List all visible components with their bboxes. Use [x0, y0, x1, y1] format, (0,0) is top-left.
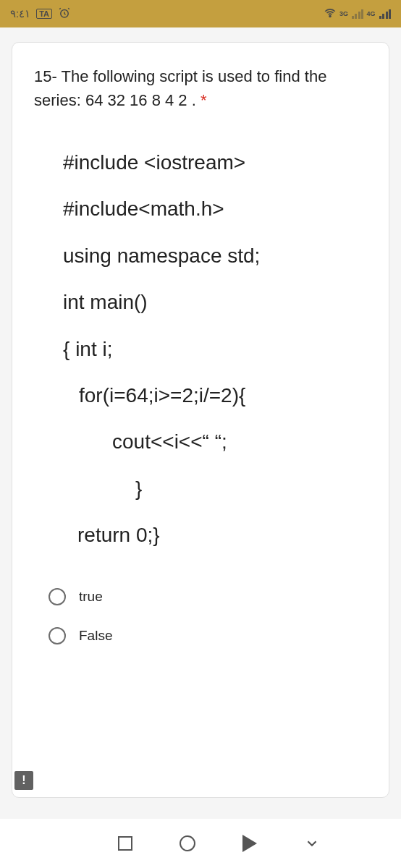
recent-apps-button[interactable] — [116, 834, 135, 853]
home-button[interactable] — [178, 834, 197, 853]
collapse-button[interactable] — [303, 834, 321, 853]
question-text: 15- The following script is used to find… — [34, 67, 326, 109]
code-line-9: return 0;} — [63, 512, 367, 558]
question-card: 15- The following script is used to find… — [12, 42, 389, 798]
code-line-6: for(i=64;i>=2;i/=2){ — [63, 373, 367, 419]
code-line-1: #include <iostream> — [63, 140, 367, 186]
chevron-down-icon — [304, 835, 320, 851]
circle-icon — [180, 835, 195, 851]
network-label-1: 3G — [339, 10, 348, 17]
status-right: 3G 4G — [324, 7, 391, 22]
square-icon — [118, 836, 132, 851]
radio-icon — [48, 627, 66, 644]
code-block: #include <iostream> #include<math.h> usi… — [34, 140, 367, 559]
question-title: 15- The following script is used to find… — [34, 64, 367, 112]
code-line-4: int main() — [63, 279, 367, 326]
exclamation-icon: ! — [22, 774, 25, 787]
alarm-icon — [58, 7, 71, 22]
network-label-2: 4G — [366, 10, 375, 17]
code-line-7: cout<<i<<“ “; — [63, 419, 367, 465]
code-line-2: #include<math.h> — [63, 186, 367, 232]
signal-bars-1 — [352, 9, 364, 19]
option-label-true: true — [79, 589, 103, 605]
option-false[interactable]: False — [48, 627, 367, 644]
svg-point-1 — [329, 15, 331, 17]
back-button[interactable] — [240, 834, 259, 853]
navigation-bar — [0, 819, 401, 868]
code-line-5: { int i; — [63, 326, 367, 373]
radio-icon — [48, 588, 66, 605]
option-label-false: False — [79, 628, 112, 644]
clock-time: ٩:٤١ — [10, 7, 30, 20]
triangle-icon — [242, 835, 257, 852]
status-left: ٩:٤١ TA — [10, 7, 71, 22]
signal-bars-2 — [379, 9, 392, 19]
required-asterisk: * — [200, 91, 207, 109]
code-line-8: } — [63, 466, 367, 512]
language-badge: TA — [36, 9, 52, 19]
wifi-icon — [324, 7, 337, 22]
option-true[interactable]: true — [48, 588, 367, 605]
code-line-3: using namespace std; — [63, 233, 367, 279]
options-group: true False — [34, 588, 367, 644]
feedback-button[interactable]: ! — [14, 771, 33, 790]
status-bar: ٩:٤١ TA 3G 4G — [0, 0, 401, 27]
